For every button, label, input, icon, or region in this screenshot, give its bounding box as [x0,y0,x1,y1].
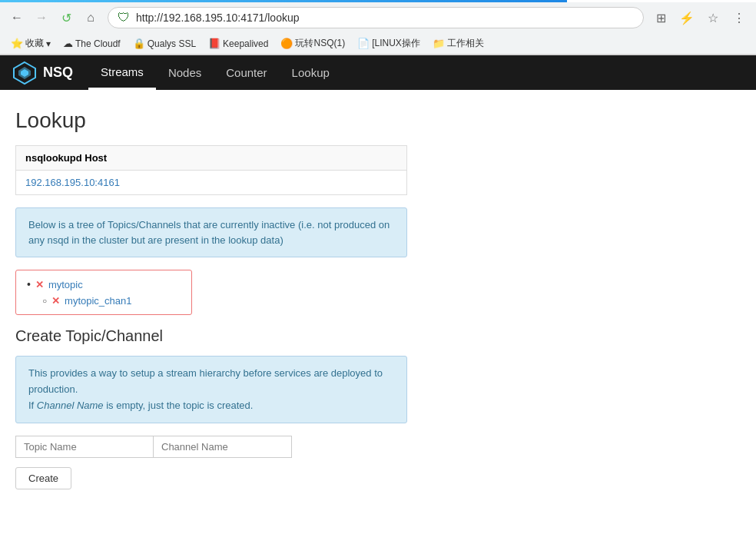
nav-item-lookup[interactable]: Lookup [280,55,342,90]
host-table: nsqlookupd Host 192.168.195.10:4161 [15,145,407,195]
apps-button[interactable]: ⊞ [650,7,671,28]
address-bar[interactable]: 🛡 http://192.168.195.10:4171/lookup [108,7,644,28]
channel-name-link[interactable]: mytopic_chan1 [65,295,131,307]
bookmark-shoucang[interactable]: ⭐ 收藏 ▾ [6,35,55,51]
create-button[interactable]: Create [15,467,71,489]
book-icon: 📕 [208,38,220,49]
bookmark-label: [LINUX操作 [372,37,420,50]
forward-button[interactable]: → [31,7,52,28]
bookmark-thecloudf[interactable]: ☁ The Cloudf [58,36,125,51]
topic-bullet: • [27,278,31,290]
page-title: Lookup [15,108,741,133]
nav-item-nodes[interactable]: Nodes [156,55,214,90]
create-form [15,436,741,458]
lightning-button[interactable]: ⚡ [676,7,698,28]
nsq-logo-icon [12,61,37,85]
home-button[interactable]: ⌂ [80,7,101,28]
nsq-navbar: NSQ Streams Nodes Counter Lookup [0,55,756,90]
alert-text: Below is a tree of Topics/Channels that … [28,219,390,246]
bookmark-label: Qualys SSL [148,38,196,49]
bookmark-linux[interactable]: 📄 [LINUX操作 [353,35,425,51]
nsq-bookmark-icon: 🟠 [280,38,293,49]
info-desc-box: This provides a way to setup a stream hi… [15,356,407,423]
bookmarks-bar: ⭐ 收藏 ▾ ☁ The Cloudf 🔒 Qualys SSL 📕 Keepa… [0,33,756,55]
bookmark-qualys[interactable]: 🔒 Qualys SSL [128,36,201,51]
channel-bullet: ○ [42,297,47,305]
info-line2-prefix: If [28,400,37,411]
url-display: http://192.168.195.10:4171/lookup [136,12,300,24]
table-row: 192.168.195.10:4161 [16,171,407,195]
bookmark-label: Keepalived [223,38,268,49]
cloud-icon: ☁ [63,38,73,49]
nsq-logo-text: NSQ [43,65,73,81]
dropdown-icon: ▾ [46,38,51,49]
browser-actions: ⊞ ⚡ ☆ ⋮ [650,7,750,28]
bookmark-nsq[interactable]: 🟠 玩转NSQ(1) [276,35,350,51]
main-content: Lookup nsqlookupd Host 192.168.195.10:41… [0,90,756,508]
bookmark-keepalived[interactable]: 📕 Keepalived [204,36,273,51]
bookmark-label: 玩转NSQ(1) [295,37,345,50]
bookmark-label: 工作相关 [447,37,484,50]
topic-delete-icon[interactable]: ✕ [35,279,44,290]
create-section-heading: Create Topic/Channel [15,327,741,345]
doc-icon: 📄 [357,38,370,49]
topic-name-input[interactable] [15,436,154,458]
folder-icon: 📁 [433,38,445,49]
table-header: nsqlookupd Host [16,146,407,171]
info-line2-italic: Channel Name [37,400,104,411]
topic-item: • ✕ mytopic [27,278,181,290]
refresh-button[interactable]: ↺ [55,7,77,28]
channel-item: ○ ✕ mytopic_chan1 [42,295,181,307]
star-button[interactable]: ☆ [702,7,724,28]
menu-button[interactable]: ⋮ [728,7,750,28]
submit-row: Create [15,467,741,489]
nav-items: Streams Nodes Counter Lookup [88,55,342,90]
bookmark-label: The Cloudf [75,38,121,49]
nav-item-counter[interactable]: Counter [214,55,279,90]
info-line1: This provides a way to setup a stream hi… [28,366,394,398]
nav-buttons: ← → ↺ ⌂ [6,7,101,28]
info-line2-suffix: is empty, just the topic is created. [104,400,254,411]
nav-item-streams[interactable]: Streams [88,55,156,90]
bookmark-label: 收藏 [25,37,44,50]
channel-name-input[interactable] [154,436,292,458]
topic-name-link[interactable]: mytopic [48,279,83,290]
back-button[interactable]: ← [6,7,28,28]
alert-info-box: Below is a tree of Topics/Channels that … [15,207,407,257]
channel-delete-icon[interactable]: ✕ [51,295,60,307]
security-shield-icon: 🛡 [118,11,130,25]
lock-icon: 🔒 [133,38,145,49]
nsq-logo[interactable]: NSQ [12,61,73,85]
star-icon: ⭐ [11,38,23,49]
inactive-topics-box: • ✕ mytopic ○ ✕ mytopic_chan1 [15,270,192,315]
bookmark-work[interactable]: 📁 工作相关 [428,35,489,51]
host-value: 192.168.195.10:4161 [16,171,407,195]
info-line2: If Channel Name is empty, just the topic… [28,398,394,414]
